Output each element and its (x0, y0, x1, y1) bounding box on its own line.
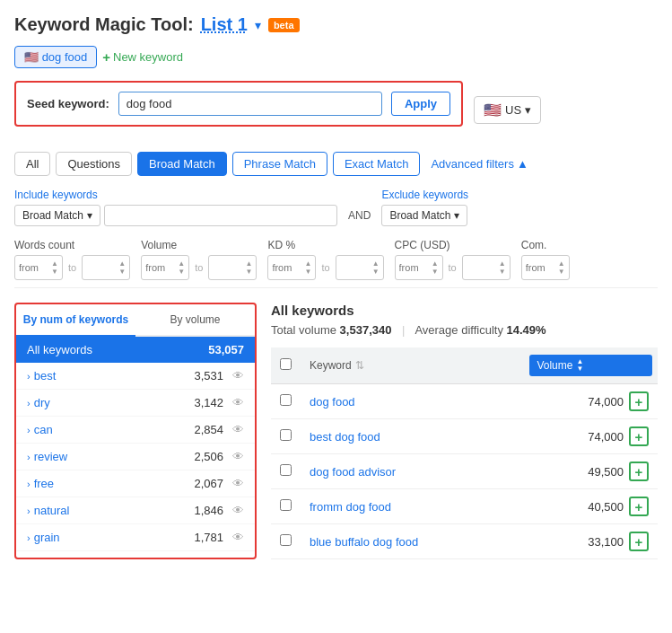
plus-icon: + (102, 49, 110, 65)
sidebar-all-keywords[interactable]: All keywords 53,057 (16, 337, 255, 363)
include-match-dropdown[interactable]: Broad Match ▾ (14, 205, 100, 226)
eye-icon[interactable]: 👁 (232, 531, 244, 544)
list-name[interactable]: List 1 (201, 14, 248, 35)
cpc-to[interactable] (467, 262, 493, 273)
list-item[interactable]: › dry 3,142 👁 (16, 390, 255, 417)
table-row: best dog food 74,000 + (271, 419, 658, 454)
cpc-from[interactable] (399, 262, 426, 273)
exclude-dropdown-icon: ▾ (454, 209, 459, 222)
keyword-link[interactable]: fromm dog food (310, 500, 391, 514)
sidebar-keyword[interactable]: natural (34, 504, 70, 517)
flag-icon: 🇺🇸 (24, 50, 39, 64)
list-item[interactable]: › can 2,854 👁 (16, 417, 255, 444)
row-checkbox[interactable] (280, 464, 292, 476)
com-filter: Com. ▲▼ (521, 239, 570, 280)
include-keywords-input[interactable] (104, 205, 337, 226)
sidebar-all-count: 53,057 (208, 343, 244, 356)
seed-keyword-input[interactable] (118, 92, 382, 116)
keyword-link[interactable]: dog food advisor (310, 465, 396, 479)
keyword-link[interactable]: blue buffalo dog food (310, 535, 418, 549)
kd-to[interactable] (340, 262, 367, 273)
chevron-right-icon: › (27, 398, 31, 409)
results-title: All keywords (271, 303, 658, 318)
active-tab[interactable]: 🇺🇸 dog food (14, 46, 97, 68)
country-selector[interactable]: 🇺🇸 US ▾ (474, 96, 541, 124)
table-row: fromm dog food 40,500 + (271, 489, 658, 524)
table-row: blue buffalo dog food 33,100 + (271, 524, 658, 559)
list-item[interactable]: › grain 1,781 👁 (16, 524, 255, 551)
list-item[interactable]: › natural 1,846 👁 (16, 497, 255, 524)
eye-icon[interactable]: 👁 (232, 396, 244, 409)
list-item[interactable]: › review 2,506 👁 (16, 444, 255, 470)
row-checkbox[interactable] (280, 429, 292, 441)
volume-column-header[interactable]: Volume ▲▼ (529, 355, 652, 376)
volume-sort-arrows: ▲▼ (576, 358, 583, 373)
add-to-list-button[interactable]: + (629, 532, 649, 551)
sidebar-keyword[interactable]: can (34, 423, 53, 436)
row-checkbox[interactable] (280, 394, 292, 406)
chevron-right-icon: › (27, 371, 31, 382)
row-checkbox[interactable] (280, 499, 292, 511)
stats-row: Total volume 3,537,340 | Average difficu… (271, 323, 658, 337)
add-to-list-button[interactable]: + (629, 497, 649, 516)
kd-from[interactable] (272, 262, 299, 273)
add-to-list-button[interactable]: + (629, 462, 649, 481)
tab-all[interactable]: All (14, 152, 50, 176)
volume-value: 74,000 (588, 395, 624, 409)
sidebar-keyword[interactable]: grain (34, 531, 60, 544)
select-all-checkbox[interactable] (280, 358, 292, 370)
sidebar-keyword[interactable]: dry (34, 396, 50, 409)
words-count-to[interactable] (86, 262, 113, 273)
eye-icon[interactable]: 👁 (232, 450, 244, 463)
beta-badge: beta (268, 18, 300, 32)
seed-keyword-label: Seed keyword: (27, 97, 109, 110)
eye-icon[interactable]: 👁 (232, 477, 244, 490)
exclude-match-dropdown[interactable]: Broad Match ▾ (381, 205, 467, 226)
chevron-right-icon: › (27, 425, 31, 435)
eye-icon[interactable]: 👁 (232, 423, 244, 436)
chevron-right-icon: › (27, 532, 31, 543)
sidebar-count: 2,854 (194, 423, 223, 436)
list-item[interactable]: › best 3,531 👁 (16, 363, 255, 390)
kd-filter: KD % ▲▼ to ▲▼ (267, 239, 383, 280)
volume-filter: Volume ▲▼ to ▲▼ (141, 239, 257, 280)
tab-phrase-match[interactable]: Phrase Match (232, 152, 327, 176)
chevron-right-icon: › (27, 506, 31, 516)
sidebar-tab-by-num[interactable]: By num of keywords (16, 304, 135, 337)
table-row: dog food advisor 49,500 + (271, 454, 658, 489)
row-checkbox[interactable] (280, 534, 292, 546)
sidebar-keyword[interactable]: free (34, 477, 54, 490)
keyword-link[interactable]: best dog food (310, 430, 380, 444)
sidebar-keyword[interactable]: review (34, 450, 68, 463)
new-keyword-button[interactable]: + New keyword (102, 49, 183, 65)
add-to-list-button[interactable]: + (629, 391, 649, 411)
and-label: AND (345, 209, 374, 222)
tab-questions[interactable]: Questions (56, 152, 132, 176)
sidebar-tab-by-volume[interactable]: By volume (135, 304, 255, 335)
volume-value: 49,500 (588, 465, 624, 479)
apply-button[interactable]: Apply (391, 92, 450, 116)
sidebar-count: 3,142 (194, 396, 223, 409)
tab-exact-match[interactable]: Exact Match (333, 152, 421, 176)
eye-icon[interactable]: 👁 (232, 504, 244, 517)
include-dropdown-icon: ▾ (87, 209, 92, 222)
volume-from[interactable] (145, 262, 172, 273)
seed-keyword-box: Seed keyword: Apply (14, 81, 463, 127)
list-item[interactable]: › free 2,067 👁 (16, 470, 255, 497)
tab-broad-match[interactable]: Broad Match (137, 152, 227, 176)
eye-icon[interactable]: 👁 (232, 369, 244, 382)
chevron-up-icon: ▲ (517, 157, 528, 171)
words-count-from[interactable] (19, 262, 46, 273)
advanced-filters-link[interactable]: Advanced filters ▲ (431, 157, 528, 171)
list-dropdown-icon[interactable]: ▾ (255, 18, 261, 32)
keyword-link[interactable]: dog food (310, 395, 355, 409)
sidebar-keyword[interactable]: best (34, 369, 57, 382)
include-keywords-label: Include keywords (14, 189, 337, 201)
volume-to[interactable] (213, 262, 240, 273)
volume-value: 40,500 (588, 500, 624, 514)
keyword-sort-icon[interactable]: ⇅ (355, 359, 364, 372)
cpc-filter: CPC (USD) ▲▼ to ▲▼ (395, 239, 511, 280)
volume-value: 74,000 (588, 430, 624, 444)
com-from[interactable] (526, 262, 553, 273)
add-to-list-button[interactable]: + (629, 426, 649, 446)
